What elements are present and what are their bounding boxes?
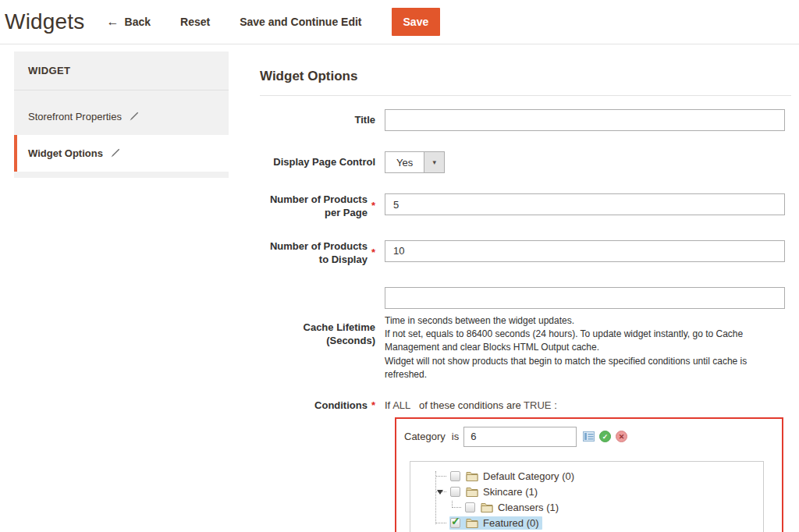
sidebar-item-storefront-properties[interactable]: Storefront Properties bbox=[14, 98, 229, 135]
chooser-grid-icon[interactable] bbox=[583, 431, 595, 442]
form-row-products-to-display: Number of Products to Display * bbox=[260, 240, 791, 267]
pencil-icon bbox=[129, 112, 139, 122]
sidebar-section-title: WIDGET bbox=[14, 51, 229, 90]
back-button[interactable]: ← Back bbox=[107, 15, 151, 29]
save-and-continue-button[interactable]: Save and Continue Edit bbox=[240, 16, 361, 28]
condition-rule: Category is bbox=[403, 423, 774, 449]
rule-attribute[interactable]: Category bbox=[404, 431, 446, 442]
remove-condition-icon[interactable]: ✕ bbox=[616, 431, 627, 442]
cache-lifetime-help: Time in seconds between the widget updat… bbox=[385, 314, 785, 382]
sidebar-item-widget-options[interactable]: Widget Options bbox=[14, 135, 229, 172]
products-to-display-input[interactable] bbox=[385, 240, 785, 262]
tree-node-label: Featured (0) bbox=[483, 517, 539, 529]
form-row-conditions: Conditions * If ALL of these conditions … bbox=[260, 398, 791, 532]
checkbox-featured-checked[interactable]: ✓ bbox=[450, 518, 460, 528]
sidebar-items: Storefront Properties Widget Options bbox=[14, 90, 229, 172]
form-row-cache-lifetime: Cache Lifetime (Seconds) Time in seconds… bbox=[260, 287, 791, 382]
tree-row-featured[interactable]: ✓ Featured (0) bbox=[436, 516, 763, 531]
value-selector[interactable]: TRUE bbox=[524, 399, 551, 411]
checkbox-default-category[interactable] bbox=[450, 471, 460, 481]
checkbox-skincare[interactable] bbox=[450, 487, 460, 497]
tree-row-default-category[interactable]: Default Category (0) bbox=[436, 469, 763, 484]
folder-icon bbox=[466, 487, 478, 497]
conditions-label: Conditions * bbox=[260, 398, 375, 532]
chevron-down-icon: ▾ bbox=[424, 152, 444, 172]
form-row-products-per-page: Number of Products per Page * bbox=[260, 193, 791, 220]
save-button[interactable]: Save bbox=[392, 8, 441, 36]
sidebar-item-label: Storefront Properties bbox=[28, 111, 122, 122]
conditions-error-box: Category is bbox=[395, 417, 783, 532]
sidebar-item-label: Widget Options bbox=[28, 147, 103, 159]
page-header: Widgets ← Back Reset Save and Continue E… bbox=[0, 0, 799, 44]
products-per-page-label: Number of Products per Page * bbox=[260, 193, 375, 220]
products-per-page-input[interactable] bbox=[385, 193, 785, 215]
back-label: Back bbox=[125, 16, 151, 28]
form-row-title: Title bbox=[260, 109, 791, 131]
products-to-display-label: Number of Products to Display * bbox=[260, 240, 375, 267]
widget-options-form: Title Display Page Control Yes ▾ Number … bbox=[260, 109, 791, 532]
category-tree: Default Category (0) bbox=[430, 469, 763, 531]
folder-icon bbox=[481, 502, 493, 512]
section-heading: Widget Options bbox=[260, 69, 791, 96]
title-label: Title bbox=[260, 109, 375, 131]
title-input[interactable] bbox=[385, 109, 785, 131]
cache-lifetime-label: Cache Lifetime (Seconds) bbox=[260, 287, 375, 382]
reset-button[interactable]: Reset bbox=[180, 16, 210, 28]
tree-node-label: Default Category (0) bbox=[483, 470, 574, 482]
main-content: Widget Options Title Display Page Contro… bbox=[260, 69, 791, 532]
apply-check-icon[interactable]: ✓ bbox=[599, 431, 611, 442]
cache-lifetime-input[interactable] bbox=[385, 287, 785, 309]
tree-node-label: Cleansers (1) bbox=[498, 502, 559, 513]
tree-row-cleansers[interactable]: Cleansers (1) bbox=[436, 500, 763, 516]
tree-node-label: Skincare (1) bbox=[483, 486, 538, 498]
pencil-icon bbox=[110, 148, 120, 158]
expand-arrow-icon[interactable] bbox=[437, 490, 443, 495]
sidebar: WIDGET Storefront Properties Widget Opti… bbox=[14, 51, 229, 178]
page-title: Widgets bbox=[5, 9, 85, 34]
selected-value: Yes bbox=[385, 152, 424, 172]
check-icon: ✓ bbox=[451, 515, 460, 527]
required-asterisk: * bbox=[371, 246, 375, 260]
folder-icon bbox=[466, 471, 478, 481]
save-and-continue-label: Save and Continue Edit bbox=[240, 16, 361, 28]
header-actions: ← Back Reset Save and Continue Edit Save bbox=[107, 8, 441, 36]
tree-row-skincare[interactable]: Skincare (1) bbox=[436, 484, 763, 500]
conditions-sentence: If ALL of these conditions are TRUE : bbox=[385, 398, 785, 411]
checkbox-cleansers[interactable] bbox=[465, 502, 475, 512]
required-asterisk: * bbox=[371, 200, 375, 213]
form-row-display-page-control: Display Page Control Yes ▾ bbox=[260, 151, 791, 173]
reset-label: Reset bbox=[180, 16, 210, 28]
back-arrow-icon: ← bbox=[107, 15, 119, 29]
display-page-control-label: Display Page Control bbox=[260, 151, 375, 173]
rule-operator[interactable]: is bbox=[452, 431, 459, 442]
folder-icon bbox=[466, 518, 478, 528]
aggregator-selector[interactable]: ALL bbox=[392, 399, 410, 411]
display-page-control-select[interactable]: Yes ▾ bbox=[385, 151, 445, 173]
rule-value-input[interactable] bbox=[463, 427, 577, 447]
category-tree-box: Default Category (0) bbox=[410, 461, 764, 532]
required-asterisk: * bbox=[371, 399, 375, 413]
